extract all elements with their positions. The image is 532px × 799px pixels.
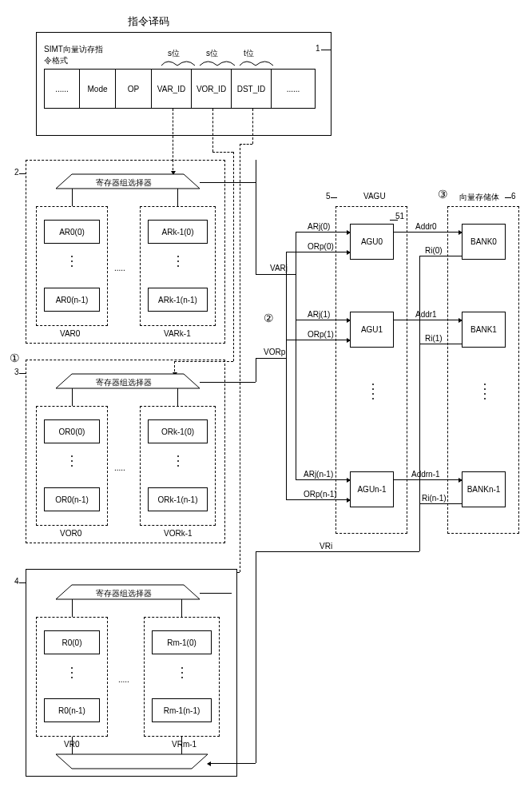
vdots-icon xyxy=(177,667,188,678)
vdots-icon xyxy=(173,256,184,267)
hdots: ..... xyxy=(114,264,125,272)
callout-2: 2 xyxy=(14,168,19,177)
ri1: Ri(1) xyxy=(425,334,443,343)
orpn: ORp(n-1) xyxy=(304,490,337,499)
vdots-icon xyxy=(173,455,184,467)
instr-field-dstid: DST_ID xyxy=(232,69,272,109)
vr-r0-n1: R0(n-1) xyxy=(44,698,100,722)
bank1: BANK1 xyxy=(462,312,506,348)
callout-1: 1 xyxy=(316,44,320,53)
instr-field-varid: VAR_ID xyxy=(152,69,192,109)
vdots-icon xyxy=(479,384,490,400)
instr-field-vorid: VOR_ID xyxy=(192,69,232,109)
vorp-label: VORp xyxy=(264,348,285,356)
vor-or0-n1: OR0(n-1) xyxy=(44,487,100,511)
vor-ork-n1: ORk-1(n-1) xyxy=(148,487,208,511)
vr-selector-label: 寄存器组选择器 xyxy=(96,588,152,599)
callout-5: 5 xyxy=(326,192,331,201)
arj1: ARj(1) xyxy=(308,310,330,319)
rin: Ri(n-1) xyxy=(422,494,447,503)
vri-label: VRi xyxy=(320,542,332,551)
instr-field-op: OP xyxy=(116,69,152,109)
bankn: BANKn-1 xyxy=(462,471,506,507)
vagu-title: VAGU xyxy=(363,192,386,201)
vr-mux xyxy=(56,754,208,770)
vr-rm-0: Rm-1(0) xyxy=(152,630,212,654)
mem-title: 向量存储体 xyxy=(459,192,499,203)
vdots-icon xyxy=(66,455,77,467)
arj0: ARj(0) xyxy=(308,222,330,231)
varj-label: VARj xyxy=(270,264,288,272)
agu1: AGU1 xyxy=(350,312,394,348)
vork-label: VORk-1 xyxy=(164,529,193,538)
var0-label: VAR0 xyxy=(60,329,80,338)
var-ark-n1: ARk-1(n-1) xyxy=(148,288,208,312)
circled-1: ① xyxy=(10,352,20,364)
addrn: Addrn-1 xyxy=(411,470,440,479)
vdots-icon xyxy=(66,256,77,267)
instr-fields: ...... Mode OP VAR_ID VOR_ID DST_ID ....… xyxy=(44,69,316,109)
instr-format-name: SIMT向量访存指令格式 xyxy=(44,44,108,66)
vor-ork-0: ORk-1(0) xyxy=(148,419,208,443)
bank0: BANK0 xyxy=(462,224,506,260)
vor-selector-label: 寄存器组选择器 xyxy=(96,377,152,388)
svg-marker-3 xyxy=(56,754,208,769)
ri0: Ri(0) xyxy=(425,246,443,255)
vr-rm-n1: Rm-1(n-1) xyxy=(152,698,212,722)
addr0: Addr0 xyxy=(415,222,437,231)
orp1: ORp(1) xyxy=(308,330,334,339)
callout-3: 3 xyxy=(14,368,19,376)
circled-3: ③ xyxy=(438,188,448,201)
instr-field-6: ...... xyxy=(272,69,316,109)
hdots: ..... xyxy=(114,463,125,472)
circled-2: ② xyxy=(264,312,274,324)
vdots-icon xyxy=(367,384,379,400)
brace-icons xyxy=(160,58,276,67)
callout-6: 6 xyxy=(511,192,516,201)
vor0-label: VOR0 xyxy=(60,529,81,538)
agu0: AGU0 xyxy=(350,224,394,260)
agun: AGUn-1 xyxy=(350,471,394,507)
orp0: ORp(0) xyxy=(308,242,334,251)
var-ark-0: ARk-1(0) xyxy=(148,220,208,244)
addr1: Addr1 xyxy=(415,310,437,319)
vor-or0-0: OR0(0) xyxy=(44,419,100,443)
hdots: ..... xyxy=(118,675,129,684)
diagram-title: 指令译码 xyxy=(128,14,169,29)
var-selector-label: 寄存器组选择器 xyxy=(96,177,152,189)
var-ar0-0: AR0(0) xyxy=(44,220,100,244)
vrm-label: VRm-1 xyxy=(172,740,197,749)
vark-label: VARk-1 xyxy=(164,329,191,338)
vr-r0-0: R0(0) xyxy=(44,630,100,654)
instr-field-mode: Mode xyxy=(80,69,116,109)
var-ar0-n1: AR0(n-1) xyxy=(44,288,100,312)
arjn: ARj(n-1) xyxy=(304,470,333,479)
vdots-icon xyxy=(66,667,77,678)
callout-4: 4 xyxy=(14,577,19,586)
instr-field-0: ...... xyxy=(44,69,80,109)
